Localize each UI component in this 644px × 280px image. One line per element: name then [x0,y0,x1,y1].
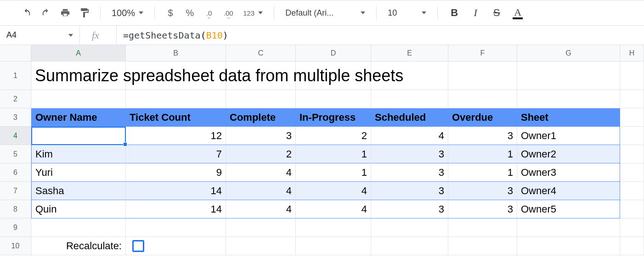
cell-scheduled[interactable]: 3 [371,182,448,200]
bold-button[interactable]: B [445,5,463,21]
cell-in-progress[interactable]: 4 [296,182,371,200]
cell-scheduled[interactable]: 3 [371,200,448,218]
table-header[interactable]: Complete [226,108,296,127]
cell[interactable] [126,218,226,237]
row-header-4[interactable]: 4 [0,127,31,145]
cell-owner[interactable]: Taylor [31,127,126,145]
cell[interactable] [448,62,517,90]
cell-overdue[interactable]: 3 [448,182,517,200]
cell[interactable] [620,62,644,90]
more-formats-dropdown[interactable]: 123 [239,5,266,21]
cell[interactable] [620,127,644,145]
cell[interactable] [226,218,296,237]
cell[interactable] [448,90,517,108]
cell-complete[interactable]: 3 [226,127,296,145]
cell[interactable] [296,218,371,237]
cell[interactable] [620,163,644,182]
cell-in-progress[interactable]: 1 [296,145,371,163]
cell-overdue[interactable]: 1 [448,145,517,163]
cell[interactable] [31,90,126,108]
cell[interactable] [126,90,226,108]
cell[interactable] [620,108,644,127]
recalculate-label-cell[interactable]: Recalculate: [31,237,126,255]
cell-ticket-count[interactable]: 7 [126,145,226,163]
cell[interactable] [517,237,620,255]
table-header[interactable]: Sheet [517,108,620,127]
cell[interactable] [620,145,644,163]
cell[interactable] [371,90,448,108]
col-header-e[interactable]: E [371,45,448,62]
undo-button[interactable] [18,5,35,21]
cell[interactable] [448,218,517,237]
cell[interactable] [620,237,644,255]
cell-scheduled[interactable]: 3 [371,163,448,182]
title-cell[interactable]: Summarize spreadsheet data from multiple… [31,62,126,90]
cell-sheet[interactable]: Owner1 [517,127,620,145]
row-header-10[interactable]: 10 [0,237,31,255]
row-header-3[interactable]: 3 [0,108,31,127]
cell-in-progress[interactable]: 1 [296,163,371,182]
cell-sheet[interactable]: Owner5 [517,200,620,218]
formula-input[interactable]: =getSheetsData(B10) [117,30,644,41]
cell-owner[interactable]: Quin [31,200,126,218]
cell-scheduled[interactable]: 3 [371,145,448,163]
cell-complete[interactable]: 4 [226,182,296,200]
paint-format-button[interactable] [76,5,93,21]
cell[interactable] [620,182,644,200]
format-percent-button[interactable]: % [181,5,198,21]
name-box[interactable]: A4 [0,26,80,45]
cell-owner[interactable]: Yuri [31,163,126,182]
cell[interactable] [226,237,296,255]
cell[interactable] [371,237,448,255]
cell[interactable] [296,237,371,255]
row-header-6[interactable]: 6 [0,163,31,182]
italic-button[interactable]: I [466,5,485,21]
row-header-7[interactable]: 7 [0,182,31,200]
cell-complete[interactable]: 4 [226,163,296,182]
font-size-dropdown[interactable]: 10 [384,5,430,21]
redo-button[interactable] [38,5,54,21]
cell[interactable] [620,218,644,237]
cell-ticket-count[interactable]: 12 [126,127,226,145]
col-header-d[interactable]: D [296,45,371,62]
col-header-f[interactable]: F [448,45,517,62]
table-header[interactable]: Owner Name [31,108,126,127]
cell-sheet[interactable]: Owner2 [517,145,620,163]
cell-overdue[interactable]: 1 [448,163,517,182]
zoom-dropdown[interactable]: 100% [108,5,147,21]
cell[interactable] [517,90,620,108]
cell-scheduled[interactable]: 4 [371,127,448,145]
decrease-decimals-button[interactable]: .0 [201,5,217,21]
cell[interactable] [226,90,296,108]
col-header-b[interactable]: B [126,45,226,62]
select-all-corner[interactable] [0,45,31,62]
font-family-dropdown[interactable]: Default (Ari... [282,5,369,21]
cell[interactable] [448,237,517,255]
cell[interactable] [296,90,371,108]
row-header-9[interactable]: 9 [0,218,31,237]
print-button[interactable] [57,5,73,21]
cell[interactable] [31,218,126,237]
col-header-a[interactable]: A [31,45,126,62]
row-header-2[interactable]: 2 [0,90,31,108]
cell-ticket-count[interactable]: 9 [126,163,226,182]
cell[interactable] [517,218,620,237]
cell-in-progress[interactable]: 4 [296,200,371,218]
col-header-c[interactable]: C [226,45,296,62]
row-header-5[interactable]: 5 [0,145,31,163]
table-header[interactable]: Scheduled [371,108,448,127]
col-header-h[interactable]: H [620,45,644,62]
cell-owner[interactable]: Sasha [31,182,126,200]
cell[interactable] [620,200,644,218]
cell-complete[interactable]: 4 [226,200,296,218]
cell-ticket-count[interactable]: 14 [126,182,226,200]
cell-in-progress[interactable]: 2 [296,127,371,145]
table-header[interactable]: Overdue [448,108,517,127]
cell[interactable] [620,90,644,108]
cell-sheet[interactable]: Owner3 [517,163,620,182]
text-color-button[interactable]: A [508,5,527,21]
cell[interactable] [517,62,620,90]
strikethrough-button[interactable]: S [487,5,506,21]
cell-complete[interactable]: 2 [226,145,296,163]
cell-ticket-count[interactable]: 14 [126,200,226,218]
